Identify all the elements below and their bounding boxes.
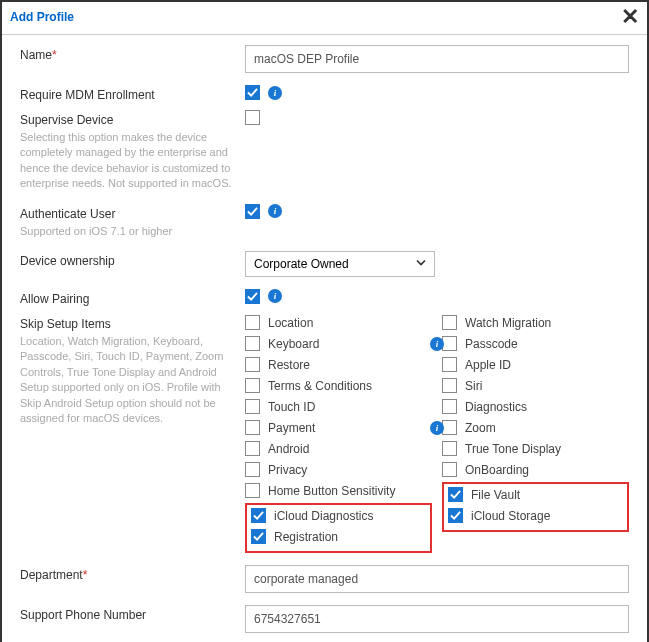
- skip-item: File Vault: [448, 486, 623, 504]
- skip-item-label: Touch ID: [268, 400, 315, 414]
- skip-item: Home Button Sensitivity: [245, 482, 432, 500]
- info-icon[interactable]: i: [268, 289, 282, 303]
- skip-item-checkbox[interactable]: [245, 441, 260, 456]
- highlight-box: File VaultiCloud Storage: [442, 482, 629, 532]
- skip-item-label: True Tone Display: [465, 442, 561, 456]
- skip-item-checkbox[interactable]: [245, 378, 260, 393]
- close-icon[interactable]: ✕: [621, 6, 639, 28]
- skip-item: Privacy: [245, 461, 432, 479]
- skip-item: OnBoarding: [442, 461, 629, 479]
- allow-pairing-checkbox[interactable]: [245, 289, 260, 304]
- support-phone-input[interactable]: [245, 605, 629, 633]
- skip-item: Diagnostics: [442, 398, 629, 416]
- skip-item: Android: [245, 440, 432, 458]
- skip-item: iPasscode: [442, 335, 629, 353]
- skip-item-checkbox[interactable]: [442, 441, 457, 456]
- skip-item: Apple ID: [442, 356, 629, 374]
- skip-item-checkbox[interactable]: [245, 399, 260, 414]
- skip-item: iZoom: [442, 419, 629, 437]
- auth-user-checkbox[interactable]: [245, 204, 260, 219]
- require-mdm-label: Require MDM Enrollment: [20, 88, 155, 102]
- skip-item-checkbox[interactable]: [442, 315, 457, 330]
- skip-item-label: Payment: [268, 421, 315, 435]
- skip-item-label: Watch Migration: [465, 316, 551, 330]
- skip-item: Location: [245, 314, 432, 332]
- skip-item: iCloud Diagnostics: [251, 507, 426, 525]
- name-input[interactable]: [245, 45, 629, 73]
- supervise-helper: Selecting this option makes the device c…: [20, 127, 245, 192]
- skip-item-checkbox[interactable]: [245, 315, 260, 330]
- skip-item-label: OnBoarding: [465, 463, 529, 477]
- skip-item-label: Zoom: [465, 421, 496, 435]
- device-ownership-label: Device ownership: [20, 254, 115, 268]
- support-phone-label: Support Phone Number: [20, 608, 146, 622]
- skip-item: Siri: [442, 377, 629, 395]
- skip-item-checkbox[interactable]: [245, 483, 260, 498]
- skip-item: Keyboard: [245, 335, 432, 353]
- require-mdm-checkbox[interactable]: [245, 85, 260, 100]
- dialog-title: Add Profile: [10, 10, 74, 24]
- skip-item-checkbox[interactable]: [251, 529, 266, 544]
- skip-item-checkbox[interactable]: [245, 462, 260, 477]
- skip-item-label: iCloud Storage: [471, 509, 550, 523]
- skip-item-checkbox[interactable]: [442, 462, 457, 477]
- skip-item: True Tone Display: [442, 440, 629, 458]
- skip-item: Touch ID: [245, 398, 432, 416]
- skip-item-checkbox[interactable]: [448, 508, 463, 523]
- skip-item: Watch Migration: [442, 314, 629, 332]
- skip-item-label: Registration: [274, 530, 338, 544]
- device-ownership-select[interactable]: Corporate Owned: [245, 251, 435, 277]
- skip-item-checkbox[interactable]: [442, 378, 457, 393]
- skip-item-label: Privacy: [268, 463, 307, 477]
- skip-item-checkbox[interactable]: [251, 508, 266, 523]
- supervise-checkbox[interactable]: [245, 110, 260, 125]
- skip-item: Restore: [245, 356, 432, 374]
- skip-item-checkbox[interactable]: [442, 399, 457, 414]
- skip-item-checkbox[interactable]: [442, 357, 457, 372]
- skip-item-label: Android: [268, 442, 309, 456]
- skip-item-label: Home Button Sensitivity: [268, 484, 395, 498]
- skip-item-label: Location: [268, 316, 313, 330]
- auth-user-helper: Supported on iOS 7.1 or higher: [20, 221, 245, 239]
- skip-item-checkbox[interactable]: [245, 357, 260, 372]
- skip-item-label: Passcode: [465, 337, 518, 351]
- info-icon[interactable]: i: [268, 204, 282, 218]
- skip-item-label: Terms & Conditions: [268, 379, 372, 393]
- skip-item-checkbox[interactable]: [245, 420, 260, 435]
- department-label: Department: [20, 568, 83, 582]
- skip-item: iCloud Storage: [448, 507, 623, 525]
- skip-item-label: Siri: [465, 379, 482, 393]
- skip-item-label: Apple ID: [465, 358, 511, 372]
- skip-item-label: Restore: [268, 358, 310, 372]
- add-profile-dialog: Add Profile ✕ Name* Require MDM Enrollme…: [0, 0, 649, 642]
- skip-item-label: iCloud Diagnostics: [274, 509, 373, 523]
- skip-item-label: File Vault: [471, 488, 520, 502]
- skip-item: Terms & Conditions: [245, 377, 432, 395]
- skip-setup-label: Skip Setup Items: [20, 317, 245, 331]
- skip-item: Registration: [251, 528, 426, 546]
- name-label: Name: [20, 48, 52, 62]
- auth-user-label: Authenticate User: [20, 207, 245, 221]
- supervise-label: Supervise Device: [20, 113, 245, 127]
- skip-item-checkbox[interactable]: [442, 420, 457, 435]
- highlight-box: iCloud DiagnosticsRegistration: [245, 503, 432, 553]
- skip-item-label: Diagnostics: [465, 400, 527, 414]
- skip-item-checkbox[interactable]: [245, 336, 260, 351]
- allow-pairing-label: Allow Pairing: [20, 292, 89, 306]
- skip-setup-helper: Location, Watch Migration, Keyboard, Pas…: [20, 331, 245, 426]
- info-icon[interactable]: i: [430, 421, 444, 435]
- skip-item: Payment: [245, 419, 432, 437]
- skip-item-checkbox[interactable]: [448, 487, 463, 502]
- info-icon[interactable]: i: [430, 337, 444, 351]
- info-icon[interactable]: i: [268, 86, 282, 100]
- skip-item-checkbox[interactable]: [442, 336, 457, 351]
- department-input[interactable]: [245, 565, 629, 593]
- skip-item-label: Keyboard: [268, 337, 319, 351]
